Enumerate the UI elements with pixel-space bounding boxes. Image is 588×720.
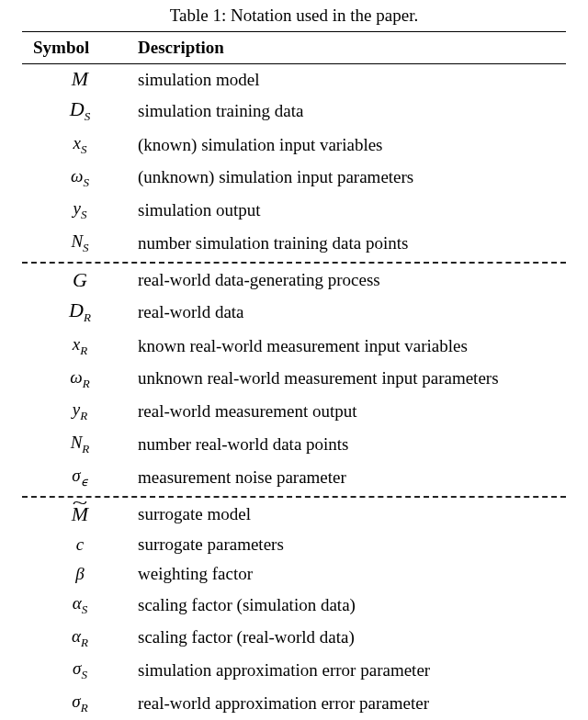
table-row: xS (known) simulation input variables xyxy=(22,129,566,162)
table-row: yR real-world measurement output xyxy=(22,395,566,428)
table-caption: Table 1: Notation used in the paper. xyxy=(22,6,566,26)
group-divider xyxy=(22,262,566,264)
table-row: β weighting factor xyxy=(22,559,566,589)
table-row: yS simulation output xyxy=(22,194,566,227)
table-row: ~M surrogate model xyxy=(22,500,566,530)
symbol-cell: ~M xyxy=(22,500,134,530)
description-cell: scaling factor (simulation data) xyxy=(134,589,566,622)
symbol-cell: β xyxy=(22,559,134,589)
symbol-cell: xS xyxy=(22,129,134,162)
description-cell: scaling factor (real-world data) xyxy=(134,622,566,655)
description-cell: simulation approximation error parameter xyxy=(134,654,566,687)
symbol-cell: NR xyxy=(22,428,134,461)
symbol-cell: ωS xyxy=(22,162,134,195)
table-row: c surrogate parameters xyxy=(22,530,566,559)
description-cell: real-world approximation error parameter xyxy=(134,687,566,720)
table-row: ωS (unknown) simulation input parameters xyxy=(22,162,566,195)
description-cell: weighting factor xyxy=(134,559,566,589)
description-cell: simulation model xyxy=(134,64,566,96)
description-cell: real-world data xyxy=(134,296,566,330)
description-cell: simulation training data xyxy=(134,95,566,129)
table-row: DR real-world data xyxy=(22,296,566,330)
description-cell: surrogate model xyxy=(134,500,566,530)
notation-table: Symbol Description M simulation model DS… xyxy=(22,31,566,720)
symbol-cell: αS xyxy=(22,589,134,622)
col-header-symbol: Symbol xyxy=(22,32,134,64)
table-row: σR real-world approximation error parame… xyxy=(22,687,566,720)
description-cell: (unknown) simulation input parameters xyxy=(134,162,566,195)
description-cell: number simulation training data points xyxy=(134,227,566,260)
description-cell: known real-world measurement input varia… xyxy=(134,330,566,363)
description-cell: surrogate parameters xyxy=(134,530,566,559)
table-row: αR scaling factor (real-world data) xyxy=(22,622,566,655)
symbol-cell: DS xyxy=(22,95,134,129)
group-divider xyxy=(22,496,566,498)
description-cell: (known) simulation input variables xyxy=(134,129,566,162)
symbol-cell: yS xyxy=(22,194,134,227)
table-row: M simulation model xyxy=(22,64,566,96)
table-row: σϵ measurement noise parameter xyxy=(22,461,566,494)
description-cell: number real-world data points xyxy=(134,428,566,461)
table-row: αS scaling factor (simulation data) xyxy=(22,589,566,622)
symbol-cell: G xyxy=(22,265,134,296)
table-row: xR known real-world measurement input va… xyxy=(22,330,566,363)
symbol-cell: c xyxy=(22,530,134,559)
symbol-cell: σS xyxy=(22,654,134,687)
symbol-cell: σR xyxy=(22,687,134,720)
table-row: σS simulation approximation error parame… xyxy=(22,654,566,687)
table-row: ωR unknown real-world measurement input … xyxy=(22,363,566,396)
table-row: NS number simulation training data point… xyxy=(22,227,566,260)
symbol-cell: NS xyxy=(22,227,134,260)
table-row: DS simulation training data xyxy=(22,95,566,129)
description-cell: real-world measurement output xyxy=(134,395,566,428)
symbol-cell: xR xyxy=(22,330,134,363)
table-row: NR number real-world data points xyxy=(22,428,566,461)
symbol-cell: σϵ xyxy=(22,461,134,494)
symbol-cell: DR xyxy=(22,296,134,330)
symbol-cell: αR xyxy=(22,622,134,655)
symbol-cell: ωR xyxy=(22,363,134,396)
table-row: G real-world data-generating process xyxy=(22,265,566,296)
col-header-description: Description xyxy=(134,32,566,64)
description-cell: measurement noise parameter xyxy=(134,461,566,494)
description-cell: unknown real-world measurement input par… xyxy=(134,363,566,396)
description-cell: real-world data-generating process xyxy=(134,265,566,296)
symbol-cell: yR xyxy=(22,395,134,428)
symbol-cell: M xyxy=(22,64,134,96)
description-cell: simulation output xyxy=(134,194,566,227)
